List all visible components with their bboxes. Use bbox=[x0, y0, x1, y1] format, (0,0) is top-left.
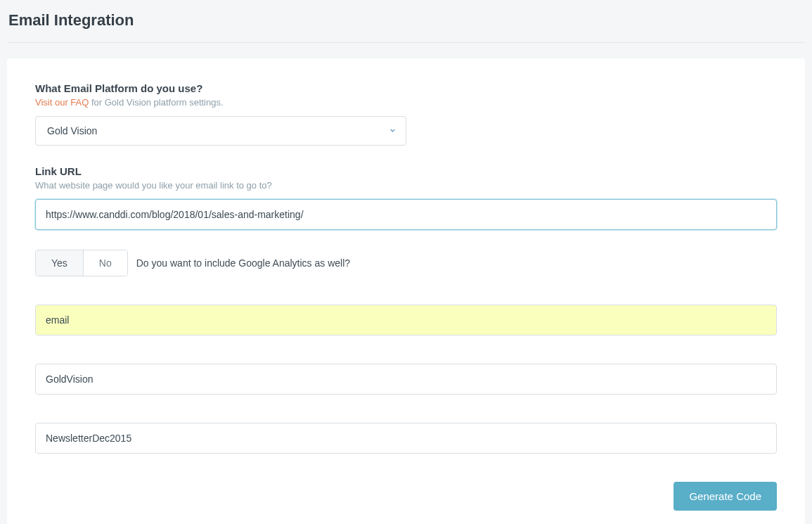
ga-toggle-row: Yes No Do you want to include Google Ana… bbox=[35, 250, 777, 276]
link-url-group: Link URL What website page would you lik… bbox=[35, 165, 777, 230]
campaign-group bbox=[35, 423, 777, 454]
source-group bbox=[35, 364, 777, 395]
faq-suffix: for Gold Vision platform settings. bbox=[89, 97, 223, 108]
link-url-label: Link URL bbox=[35, 165, 777, 177]
link-url-input[interactable] bbox=[35, 199, 777, 230]
page-title: Email Integration bbox=[7, 7, 805, 42]
campaign-input[interactable] bbox=[35, 423, 777, 454]
generate-code-button[interactable]: Generate Code bbox=[674, 482, 777, 511]
ga-toggle-group: Yes No bbox=[35, 250, 128, 276]
source-input[interactable] bbox=[35, 364, 777, 395]
platform-select-value: Gold Vision bbox=[47, 125, 97, 136]
ga-yes-button[interactable]: Yes bbox=[36, 250, 83, 276]
faq-link[interactable]: Visit our FAQ bbox=[35, 97, 89, 108]
platform-helper: Visit our FAQ for Gold Vision platform s… bbox=[35, 97, 777, 108]
link-url-helper: What website page would you like your em… bbox=[35, 180, 777, 191]
actions-row: Generate Code bbox=[35, 482, 777, 511]
ga-toggle-label: Do you want to include Google Analytics … bbox=[136, 257, 350, 269]
platform-select[interactable]: Gold Vision bbox=[35, 116, 406, 146]
divider bbox=[7, 42, 805, 43]
ga-no-button[interactable]: No bbox=[83, 250, 127, 276]
medium-input[interactable] bbox=[35, 305, 777, 336]
platform-label: What Email Platform do you use? bbox=[35, 82, 777, 94]
platform-group: What Email Platform do you use? Visit ou… bbox=[35, 82, 777, 146]
medium-group bbox=[35, 305, 777, 336]
form-card: What Email Platform do you use? Visit ou… bbox=[7, 58, 805, 524]
